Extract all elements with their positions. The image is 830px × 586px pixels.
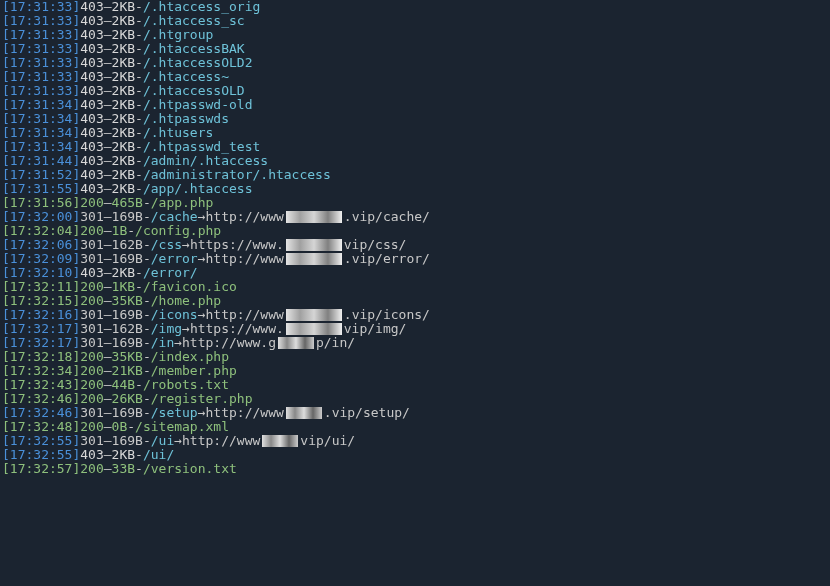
path: /favicon.ico: [143, 280, 237, 294]
path: /.htaccessOLD: [143, 84, 245, 98]
dash-sep: –: [104, 294, 112, 308]
redirect-arrow-icon: →: [198, 210, 206, 224]
output-line: [17:31:33] 403 – 2KB - /.htaccess_sc: [2, 14, 828, 28]
dash-sep: –: [104, 42, 112, 56]
terminal-output: [17:31:33] 403 – 2KB - /.htaccess_orig[1…: [0, 0, 830, 476]
dash-sep: –: [104, 210, 112, 224]
timestamp: [17:31:33]: [2, 14, 80, 28]
path: /.htpasswds: [143, 112, 229, 126]
dash-sep: -: [143, 392, 151, 406]
redacted-blur: [286, 211, 342, 223]
dash-sep: -: [135, 28, 143, 42]
path: /icons: [151, 308, 198, 322]
dash-sep: -: [143, 434, 151, 448]
output-line: [17:31:34] 403 – 2KB - /.htpasswd-old: [2, 98, 828, 112]
redirect-arrow-icon: →: [198, 252, 206, 266]
timestamp: [17:32:55]: [2, 448, 80, 462]
response-size: 2KB: [112, 154, 135, 168]
output-line: [17:31:33] 403 – 2KB - /.htgroup: [2, 28, 828, 42]
http-status: 403: [80, 168, 103, 182]
dash-sep: -: [127, 420, 135, 434]
dash-sep: –: [104, 448, 112, 462]
path: /error/: [143, 266, 198, 280]
timestamp: [17:32:00]: [2, 210, 80, 224]
redirect-url-suffix: vip/css/: [344, 238, 407, 252]
dash-sep: –: [104, 266, 112, 280]
dash-sep: –: [104, 308, 112, 322]
timestamp: [17:31:33]: [2, 42, 80, 56]
redirect-url-prefix: http://www: [182, 434, 260, 448]
timestamp: [17:32:06]: [2, 238, 80, 252]
output-line: [17:32:17] 301 – 162B - /img → https://w…: [2, 322, 828, 336]
dash-sep: –: [104, 434, 112, 448]
dash-sep: -: [135, 56, 143, 70]
output-line: [17:32:48] 200 – 0B - /sitemap.xml: [2, 420, 828, 434]
dash-sep: -: [135, 14, 143, 28]
redirect-arrow-icon: →: [182, 238, 190, 252]
http-status: 403: [80, 28, 103, 42]
timestamp: [17:32:16]: [2, 308, 80, 322]
path: /ui: [151, 434, 174, 448]
redacted-blur: [286, 253, 342, 265]
http-status: 200: [80, 462, 103, 476]
http-status: 301: [80, 406, 103, 420]
http-status: 403: [80, 448, 103, 462]
path: /.htaccessBAK: [143, 42, 245, 56]
dash-sep: -: [135, 84, 143, 98]
path: /.htgroup: [143, 28, 213, 42]
timestamp: [17:31:34]: [2, 126, 80, 140]
output-line: [17:31:52] 403 – 2KB - /administrator/.h…: [2, 168, 828, 182]
path: /config.php: [135, 224, 221, 238]
timestamp: [17:32:04]: [2, 224, 80, 238]
http-status: 403: [80, 126, 103, 140]
dash-sep: –: [104, 0, 112, 14]
http-status: 403: [80, 98, 103, 112]
dash-sep: –: [104, 14, 112, 28]
path: /.htpasswd_test: [143, 140, 260, 154]
response-size: 169B: [112, 406, 143, 420]
output-line: [17:32:15] 200 – 35KB - /home.php: [2, 294, 828, 308]
path: /img: [151, 322, 182, 336]
dash-sep: -: [135, 70, 143, 84]
dash-sep: –: [104, 70, 112, 84]
dash-sep: –: [104, 84, 112, 98]
response-size: 169B: [112, 252, 143, 266]
dash-sep: –: [104, 112, 112, 126]
http-status: 403: [80, 84, 103, 98]
dash-sep: -: [143, 294, 151, 308]
path: /version.txt: [143, 462, 237, 476]
http-status: 301: [80, 210, 103, 224]
dash-sep: –: [104, 420, 112, 434]
response-size: 162B: [112, 322, 143, 336]
response-size: 169B: [112, 336, 143, 350]
http-status: 200: [80, 378, 103, 392]
response-size: 2KB: [112, 14, 135, 28]
http-status: 301: [80, 238, 103, 252]
output-line: [17:31:56] 200 – 465B - /app.php: [2, 196, 828, 210]
redirect-arrow-icon: →: [198, 406, 206, 420]
response-size: 169B: [112, 210, 143, 224]
http-status: 200: [80, 196, 103, 210]
timestamp: [17:31:33]: [2, 56, 80, 70]
http-status: 403: [80, 182, 103, 196]
dash-sep: –: [104, 462, 112, 476]
redirect-arrow-icon: →: [198, 308, 206, 322]
redacted-blur: [262, 435, 298, 447]
dash-sep: –: [104, 28, 112, 42]
http-status: 403: [80, 56, 103, 70]
dash-sep: –: [104, 252, 112, 266]
timestamp: [17:32:15]: [2, 294, 80, 308]
http-status: 200: [80, 224, 103, 238]
path: /robots.txt: [143, 378, 229, 392]
timestamp: [17:32:10]: [2, 266, 80, 280]
path: /.htaccess~: [143, 70, 229, 84]
output-line: [17:32:34] 200 – 21KB - /member.php: [2, 364, 828, 378]
dash-sep: -: [135, 154, 143, 168]
timestamp: [17:32:11]: [2, 280, 80, 294]
redirect-url-suffix: .vip/icons/: [344, 308, 430, 322]
dash-sep: -: [143, 406, 151, 420]
http-status: 301: [80, 252, 103, 266]
http-status: 200: [80, 294, 103, 308]
dash-sep: –: [104, 126, 112, 140]
path: /.htusers: [143, 126, 213, 140]
